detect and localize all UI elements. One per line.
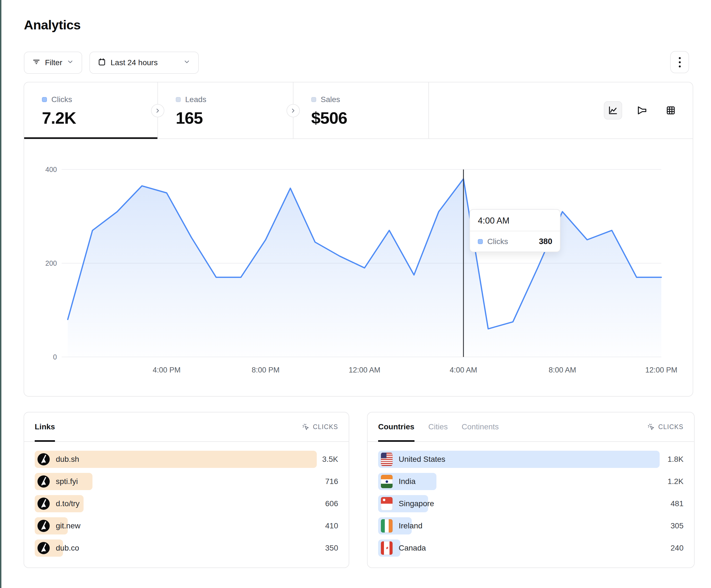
chart-view-switcher: [604, 101, 680, 119]
row-label: d.to/try: [56, 499, 80, 508]
tooltip-time: 4:00 AM: [470, 210, 560, 231]
tab-cities[interactable]: Cities: [428, 412, 448, 441]
filter-label: Filter: [45, 58, 62, 67]
tab-clicks[interactable]: Clicks 7.2K: [24, 82, 157, 138]
country-row[interactable]: Ireland305: [378, 517, 684, 535]
row-value: 410: [325, 521, 338, 530]
mouse-pointer-click-icon: [302, 423, 309, 431]
tooltip-series-label: Clicks: [487, 237, 508, 246]
link-row[interactable]: d.to/try606: [35, 495, 338, 512]
clicks-value: 7.2K: [42, 109, 157, 128]
tooltip-value: 380: [539, 237, 552, 246]
row-label: git.new: [56, 521, 81, 530]
x-axis-tick: 12:00 PM: [645, 366, 677, 374]
y-axis-tick: 400: [45, 165, 57, 173]
clicks-tab-label: Clicks: [51, 95, 72, 104]
tab-continents[interactable]: Continents: [462, 412, 499, 441]
analytics-page: Analytics Filter Last 24 hours: [0, 0, 711, 588]
filter-button[interactable]: Filter: [24, 51, 82, 74]
row-value: 481: [670, 499, 684, 508]
dub-logo-icon: [38, 498, 50, 510]
clicks-chart-region[interactable]: 02004004:00 PM8:00 PM12:00 AM4:00 AM8:00…: [24, 139, 693, 396]
leads-tab-label: Leads: [185, 95, 206, 104]
chevron-right-icon: [290, 107, 297, 114]
more-options-button[interactable]: [670, 51, 689, 73]
clicks-legend-chip: [42, 97, 47, 102]
y-axis-tick: 0: [53, 353, 57, 361]
x-axis-tick: 12:00 AM: [349, 366, 380, 374]
expand-clicks-chevron[interactable]: [151, 104, 164, 117]
filter-icon: [32, 58, 41, 68]
row-label: dub.sh: [56, 455, 79, 464]
row-label: dub.co: [56, 544, 79, 552]
chart-tooltip: 4:00 AM Clicks 380: [470, 209, 561, 252]
ca-flag-icon: ✦: [381, 541, 392, 555]
row-value: 1.2K: [667, 477, 684, 486]
sales-value: $506: [311, 109, 428, 128]
sales-legend-chip: [311, 97, 316, 102]
country-row[interactable]: ✦Canada240: [378, 540, 684, 557]
tab-countries[interactable]: Countries: [378, 412, 414, 441]
dub-logo-icon: [38, 520, 50, 532]
funnel-chart-view-button[interactable]: [633, 101, 651, 119]
country-row[interactable]: India1.2K: [378, 473, 684, 490]
ie-flag-icon: [381, 519, 392, 533]
chevron-down-icon: [183, 58, 191, 67]
row-label: Canada: [399, 544, 426, 552]
table-grid-icon: [666, 105, 676, 116]
analytics-card: Clicks 7.2K Leads 165: [24, 82, 693, 397]
kebab-icon: [679, 57, 681, 59]
link-row[interactable]: dub.co350: [35, 540, 338, 557]
country-row[interactable]: United States1.8K: [378, 451, 684, 468]
links-metric-label: CLICKS: [313, 423, 338, 431]
link-row[interactable]: dub.sh3.5K: [35, 451, 338, 468]
row-label: spti.fyi: [56, 477, 78, 486]
row-label: Ireland: [399, 521, 423, 530]
link-row[interactable]: git.new410: [35, 517, 338, 535]
line-chart-icon: [608, 105, 618, 116]
funnel-chart-icon: [637, 105, 647, 116]
countries-list: United States1.8KIndia1.2KSingapore481Ir…: [368, 442, 694, 566]
stats-tabs: Clicks 7.2K Leads 165: [24, 82, 693, 139]
sales-tab-label: Sales: [321, 95, 340, 104]
row-label: United States: [399, 455, 445, 464]
us-flag-icon: [381, 453, 392, 466]
countries-metric-header[interactable]: CLICKS: [647, 423, 684, 431]
tab-links[interactable]: Links: [35, 412, 55, 441]
dub-logo-icon: [38, 542, 50, 554]
links-metric-header[interactable]: CLICKS: [302, 423, 338, 431]
page-title: Analytics: [24, 17, 81, 32]
leads-legend-chip: [176, 97, 181, 102]
row-value: 3.5K: [322, 455, 338, 464]
sg-flag-icon: [381, 497, 392, 510]
tab-sales[interactable]: Sales $506: [294, 82, 428, 138]
x-axis-tick: 8:00 AM: [548, 366, 576, 374]
sidebar-edge: [0, 0, 1, 588]
x-axis-tick: 4:00 PM: [153, 366, 181, 374]
tab-leads[interactable]: Leads 165: [158, 82, 293, 138]
line-chart-view-button[interactable]: [604, 101, 622, 119]
row-label: Singapore: [399, 499, 434, 508]
mouse-pointer-click-icon: [647, 423, 655, 431]
date-range-label: Last 24 hours: [110, 58, 158, 67]
country-row[interactable]: Singapore481: [378, 495, 684, 512]
countries-tabs: CountriesCitiesContinents: [378, 412, 499, 441]
links-list: dub.sh3.5Kspti.fyi716d.to/try606git.new4…: [24, 442, 349, 566]
dub-logo-icon: [38, 453, 50, 466]
table-view-button[interactable]: [662, 101, 680, 119]
row-label: India: [399, 477, 416, 486]
row-value: 350: [325, 544, 338, 552]
toolbar: Filter Last 24 hours: [24, 51, 199, 74]
leads-value: 165: [176, 109, 293, 128]
date-range-button[interactable]: Last 24 hours: [89, 51, 199, 74]
row-value: 305: [670, 521, 684, 530]
link-row[interactable]: spti.fyi716: [35, 473, 338, 490]
expand-leads-chevron[interactable]: [286, 104, 300, 117]
dub-logo-icon: [38, 475, 50, 488]
x-axis-tick: 8:00 PM: [252, 366, 280, 374]
tooltip-series-chip: [478, 239, 483, 244]
row-value: 1.8K: [667, 455, 684, 464]
in-flag-icon: [381, 475, 392, 488]
row-value: 606: [325, 499, 338, 508]
countries-panel: CountriesCitiesContinents CLICKS United …: [367, 412, 695, 568]
